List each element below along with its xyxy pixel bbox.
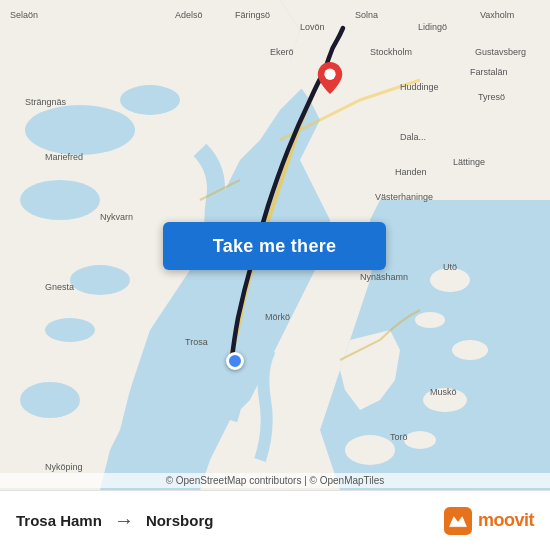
svg-text:Färingsö: Färingsö <box>235 10 270 20</box>
svg-point-46 <box>324 69 335 80</box>
moovit-logo-icon <box>444 507 472 535</box>
svg-point-9 <box>20 382 80 418</box>
svg-point-17 <box>345 435 395 465</box>
svg-point-7 <box>70 265 130 295</box>
svg-text:Handen: Handen <box>395 167 427 177</box>
svg-text:Nyköping: Nyköping <box>45 462 83 472</box>
svg-text:Selaön: Selaön <box>10 10 38 20</box>
destination-pin <box>317 62 343 98</box>
svg-text:Farstalän: Farstalän <box>470 67 508 77</box>
from-location-label: Trosa Hamn <box>16 512 102 529</box>
svg-text:Adelsö: Adelsö <box>175 10 203 20</box>
svg-text:Mörkö: Mörkö <box>265 312 290 322</box>
svg-text:Huddinge: Huddinge <box>400 82 439 92</box>
moovit-brand-name: moovit <box>478 510 534 531</box>
svg-text:Gustavsberg: Gustavsberg <box>475 47 526 57</box>
svg-text:Lovön: Lovön <box>300 22 325 32</box>
svg-text:Trosa: Trosa <box>185 337 208 347</box>
svg-point-8 <box>45 318 95 342</box>
bottom-bar: Trosa Hamn → Norsborg moovit <box>0 490 550 550</box>
svg-point-6 <box>20 180 100 220</box>
map-container: Strängnäs Mariefred Nykvarn Gnesta Nyköp… <box>0 0 550 490</box>
svg-text:Ekerö: Ekerö <box>270 47 294 57</box>
svg-text:Stockholm: Stockholm <box>370 47 412 57</box>
svg-text:Utö: Utö <box>443 262 457 272</box>
svg-text:Solna: Solna <box>355 10 378 20</box>
svg-text:Mariefred: Mariefred <box>45 152 83 162</box>
svg-text:Dala...: Dala... <box>400 132 426 142</box>
svg-text:Västerhaninge: Västerhaninge <box>375 192 433 202</box>
map-attribution: © OpenStreetMap contributors | © OpenMap… <box>0 473 550 488</box>
svg-text:Nykvarn: Nykvarn <box>100 212 133 222</box>
take-me-there-button[interactable]: Take me there <box>163 222 386 270</box>
svg-text:Strängnäs: Strängnäs <box>25 97 67 107</box>
to-location-label: Norsborg <box>146 512 214 529</box>
svg-text:Torö: Torö <box>390 432 408 442</box>
svg-text:Nynäshamn: Nynäshamn <box>360 272 408 282</box>
svg-rect-47 <box>444 507 472 535</box>
svg-text:Muskö: Muskö <box>430 387 457 397</box>
svg-text:Lättinge: Lättinge <box>453 157 485 167</box>
svg-point-4 <box>25 105 135 155</box>
origin-pin <box>226 352 244 370</box>
svg-point-5 <box>120 85 180 115</box>
svg-point-15 <box>404 431 436 449</box>
arrow-icon: → <box>114 509 134 532</box>
svg-point-13 <box>452 340 488 360</box>
svg-text:Gnesta: Gnesta <box>45 282 74 292</box>
svg-point-12 <box>415 312 445 328</box>
svg-text:Vaxholm: Vaxholm <box>480 10 514 20</box>
moovit-logo: moovit <box>444 507 534 535</box>
svg-text:Lidingö: Lidingö <box>418 22 447 32</box>
svg-text:Tyresö: Tyresö <box>478 92 505 102</box>
